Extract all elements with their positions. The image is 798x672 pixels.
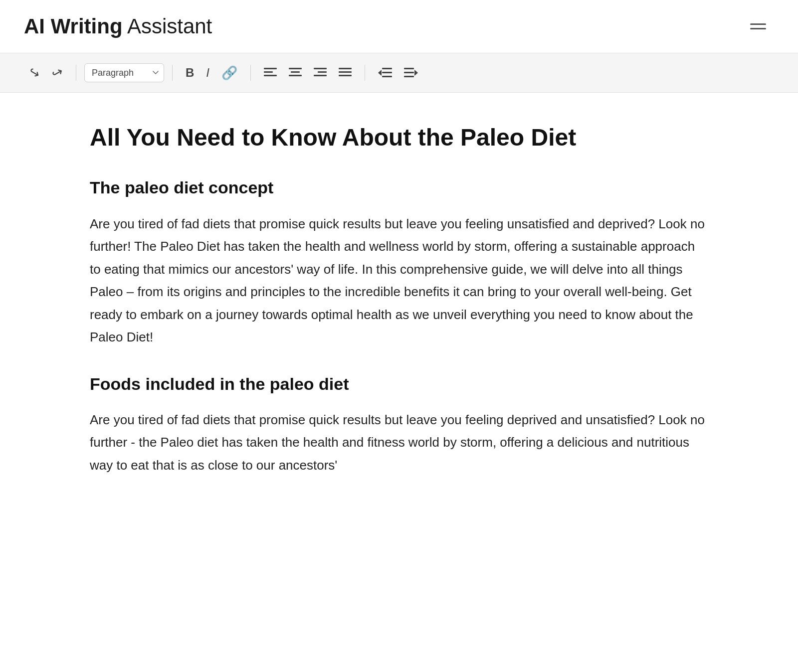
title-normal-part: Assistant <box>123 14 212 38</box>
bold-button[interactable]: B <box>181 63 199 83</box>
svg-rect-10 <box>339 71 352 73</box>
app-title: AI Writing Assistant <box>24 14 212 39</box>
align-justify-button[interactable] <box>334 63 357 82</box>
title-bold-part: AI Writing <box>24 14 123 38</box>
svg-rect-14 <box>382 72 392 73</box>
divider-1 <box>76 65 76 81</box>
editor-toolbar: ↩ ↪ Paragraph Heading 1 Heading 2 Headin… <box>0 53 798 93</box>
svg-marker-17 <box>414 70 418 76</box>
divider-3 <box>250 65 251 81</box>
editor-content: All You Need to Know About the Paleo Die… <box>50 93 748 530</box>
svg-rect-18 <box>404 72 414 73</box>
svg-rect-2 <box>264 75 277 76</box>
svg-rect-19 <box>404 76 414 77</box>
history-group: ↩ ↪ <box>24 62 68 83</box>
svg-rect-6 <box>314 68 327 69</box>
align-right-button[interactable] <box>309 63 332 82</box>
svg-marker-13 <box>378 70 382 76</box>
svg-rect-15 <box>382 76 392 77</box>
svg-rect-0 <box>264 68 277 69</box>
hamburger-icon <box>746 19 770 33</box>
style-group: Paragraph Heading 1 Heading 2 Heading 3 … <box>84 63 164 82</box>
indent-group <box>373 63 423 82</box>
svg-rect-12 <box>382 68 392 69</box>
svg-rect-5 <box>289 75 302 76</box>
align-left-button[interactable] <box>259 63 282 82</box>
italic-button[interactable]: I <box>201 63 214 83</box>
svg-rect-9 <box>339 68 352 69</box>
svg-rect-7 <box>318 71 327 73</box>
svg-rect-4 <box>291 71 300 73</box>
redo-button[interactable]: ↪ <box>43 59 71 87</box>
section-body-2[interactable]: Are you tired of fad diets that promise … <box>90 409 708 477</box>
divider-2 <box>172 65 173 81</box>
svg-rect-11 <box>339 75 352 76</box>
format-group: B I 🔗 <box>181 62 242 83</box>
svg-rect-3 <box>289 68 302 69</box>
svg-rect-8 <box>314 75 327 76</box>
section-body-1[interactable]: Are you tired of fad diets that promise … <box>90 213 708 349</box>
app-header: AI Writing Assistant <box>0 0 798 53</box>
align-center-button[interactable] <box>284 63 307 82</box>
section-heading-1[interactable]: The paleo diet concept <box>90 176 708 198</box>
paragraph-style-select[interactable]: Paragraph Heading 1 Heading 2 Heading 3 … <box>84 63 164 82</box>
indent-decrease-button[interactable] <box>373 63 397 82</box>
align-group <box>259 63 357 82</box>
menu-button[interactable] <box>742 15 774 37</box>
link-button[interactable]: 🔗 <box>216 62 242 83</box>
document-title[interactable]: All You Need to Know About the Paleo Die… <box>90 123 708 153</box>
svg-rect-16 <box>404 68 414 69</box>
indent-increase-button[interactable] <box>399 63 423 82</box>
undo-button[interactable]: ↩ <box>20 59 48 87</box>
svg-rect-1 <box>264 71 273 73</box>
divider-4 <box>365 65 365 81</box>
section-heading-2[interactable]: Foods included in the paleo diet <box>90 373 708 395</box>
